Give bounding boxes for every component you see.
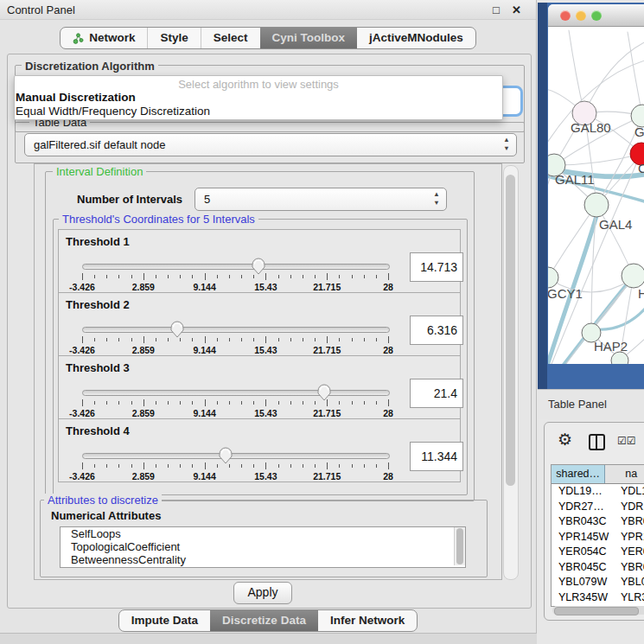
threshold-slider-2[interactable]: -3.4262.8599.14415.4321.71528 (82, 322, 388, 354)
table-row-6[interactable]: YBR045CYBR0 (552, 560, 644, 576)
tick (290, 338, 291, 341)
threshold-value-1[interactable]: 14.713 (410, 252, 463, 282)
threshold-value-2[interactable]: 6.316 (410, 316, 463, 345)
network-node-gal4[interactable] (584, 193, 609, 217)
panel-scrollbar-thumb[interactable] (506, 175, 515, 486)
bottom-tab-discretize-data[interactable]: Discretize Data (210, 610, 318, 631)
threshold-label-2: Threshold 2 (66, 298, 130, 311)
traffic-minimize-button[interactable] (576, 10, 586, 21)
threshold-value-3[interactable]: 21.4 (410, 379, 463, 408)
column-layout-icon[interactable] (589, 434, 605, 450)
column-header-2[interactable]: na (605, 465, 644, 483)
network-icon (73, 33, 84, 44)
attribute-item-betweennesscentrality[interactable]: BetweennessCentrality (61, 553, 465, 566)
tick (192, 275, 193, 278)
float-window-icon[interactable]: □ (493, 3, 500, 16)
network-node-label-gal4: GAL4 (599, 217, 632, 232)
combobox-spinner-icon: ▲▼ (431, 190, 442, 207)
slider-handle[interactable] (316, 384, 332, 403)
attribute-item-selfloops[interactable]: SelfLoops (61, 527, 465, 540)
threshold-panel-3: Threshold 3-3.4262.8599.14415.4321.71528… (58, 355, 461, 419)
algorithm-option-equal-width-frequency-discretization[interactable]: Equal Width/Frequency Discretization (16, 105, 500, 118)
tick (352, 401, 353, 405)
table-row-4[interactable]: YPR145WYPR1 (552, 530, 644, 545)
control-panel-titlebar: Control Panel □ ✕ (0, 0, 536, 20)
tab-select[interactable]: Select (201, 28, 260, 48)
tab-network[interactable]: Network (61, 28, 147, 48)
tick-label: 9.144 (193, 471, 215, 481)
traffic-zoom-button[interactable] (591, 10, 602, 21)
table-row-8[interactable]: YLR345WYLR3 (552, 590, 644, 606)
table-data-combobox[interactable]: galFiltered.sif default node ▲▼ (24, 133, 517, 156)
table-row-1[interactable]: YDL19…YDL1 (552, 484, 644, 500)
thresholds-group-label: Threshold's Coordinates for 5 Intervals (59, 213, 258, 226)
tick-label: 21.715 (313, 282, 341, 292)
tab-jactivemnodules[interactable]: jActiveMNodules (357, 28, 475, 48)
traffic-close-button[interactable] (560, 10, 571, 21)
close-window-icon[interactable]: ✕ (512, 3, 521, 16)
control-panel-tabbar: NetworkStyleSelectCyni ToolboxjActiveMNo… (60, 27, 476, 49)
tick (253, 338, 254, 341)
column-header-1[interactable]: shared… (552, 465, 605, 483)
number-of-intervals-value: 5 (204, 188, 210, 210)
network-canvas[interactable]: GAL80G.CGAL11GAL4GCY1HHAP2 (548, 27, 644, 364)
checkbox-columns-icon[interactable]: ☑☑ (617, 435, 636, 447)
table-data-group: Table Data galFiltered.sif default node … (15, 122, 525, 163)
table-cell: YDL19… (552, 484, 614, 500)
tick (229, 401, 230, 405)
number-of-intervals-combobox[interactable]: 5 ▲▼ (194, 188, 447, 211)
threshold-slider-4[interactable]: -3.4262.8599.14415.4321.71528 (82, 449, 388, 480)
tick (143, 336, 144, 343)
tick-label: -3.426 (69, 471, 95, 481)
bottom-tab-infer-network[interactable]: Infer Network (318, 610, 417, 631)
table-hscrollbar[interactable] (552, 606, 644, 615)
tab-label-jactivemnodules: jActiveMNodules (369, 28, 463, 48)
slider-handle[interactable] (251, 258, 266, 277)
network-node-label-c: C (638, 161, 644, 175)
network-edge[interactable] (569, 30, 584, 113)
bottom-tab-impute-data[interactable]: Impute Data (119, 610, 210, 631)
tick (180, 464, 181, 468)
network-node-label-hap2: HAP2 (594, 339, 628, 354)
network-edge[interactable] (554, 154, 641, 165)
tick-label: 28 (383, 345, 393, 355)
gear-icon[interactable]: ⚙ (558, 431, 572, 448)
apply-button[interactable]: Apply (233, 582, 292, 604)
network-edge[interactable] (548, 60, 644, 155)
network-node-gcy1[interactable] (548, 267, 558, 288)
network-window-titlebar (548, 4, 644, 27)
algorithm-option-manual-discretization[interactable]: Manual Discretization (16, 91, 500, 105)
panel-scrollbar[interactable] (503, 165, 519, 580)
threshold-value-4[interactable]: 11.344 (410, 442, 463, 471)
table-row-7[interactable]: YBL079WYBL0 (552, 575, 644, 590)
attribute-item-topologicalcoefficient[interactable]: TopologicalCoefficient (61, 540, 465, 553)
tick (352, 338, 353, 341)
tick-label: 28 (383, 282, 393, 292)
tick (303, 401, 303, 405)
table-hscrollbar-thumb[interactable] (554, 607, 639, 615)
node-table[interactable]: shared…naYDL19…YDL1YDR27…YDR2YBR043CYBR0… (551, 464, 644, 607)
slider-handle[interactable] (169, 321, 185, 340)
tick (388, 273, 389, 280)
listbox-scrollbar[interactable] (454, 527, 465, 565)
tab-label-select: Select (214, 28, 248, 48)
slider-track[interactable] (82, 390, 390, 396)
network-node-h-partial[interactable] (622, 264, 644, 288)
tick (106, 275, 107, 278)
network-node-label-h: H (638, 286, 644, 301)
slider-track[interactable] (82, 327, 390, 333)
slider-handle[interactable] (218, 447, 233, 466)
tab-style[interactable]: Style (147, 28, 200, 48)
listbox-scrollbar-thumb[interactable] (456, 528, 463, 564)
threshold-slider-3[interactable]: -3.4262.8599.14415.4321.71528 (82, 386, 388, 417)
attributes-listbox[interactable]: SelfLoopsTopologicalCoefficientBetweenne… (60, 526, 466, 568)
threshold-slider-1[interactable]: -3.4262.8599.14415.4321.71528 (82, 259, 388, 290)
slider-track[interactable] (82, 453, 390, 459)
table-row-2[interactable]: YDR27…YDR2 (552, 500, 644, 515)
table-row-5[interactable]: YER054CYER0 (552, 545, 644, 560)
tick (290, 401, 291, 405)
table-row-3[interactable]: YBR043CYBR0 (552, 514, 644, 530)
tab-cyni-toolbox[interactable]: Cyni Toolbox (260, 28, 358, 48)
tick (118, 338, 119, 341)
slider-track[interactable] (82, 264, 390, 270)
